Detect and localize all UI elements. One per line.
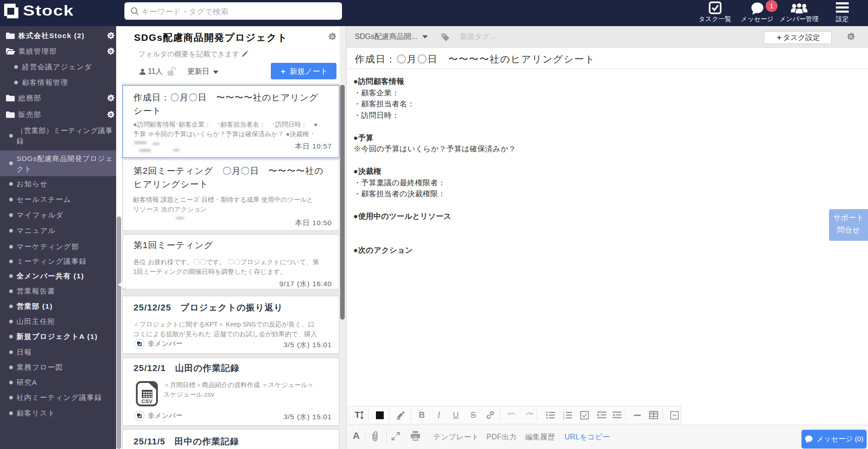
svg-text:CSV: CSV — [141, 399, 152, 404]
svg-text:3: 3 — [563, 416, 565, 420]
